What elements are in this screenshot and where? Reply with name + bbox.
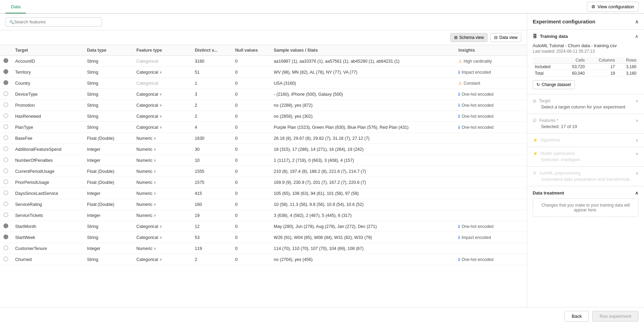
feature-type-dropdown-arrow[interactable]: ∨ <box>154 247 156 250</box>
row-radio[interactable] <box>3 179 8 184</box>
table-row: StartMonthStringCategorical ∨120May (280… <box>0 221 527 232</box>
row-sample: 10 (58), 11.3 (56), 9.8 (56), 10.9 (54),… <box>270 199 455 210</box>
feature-type-dropdown-arrow[interactable]: ∨ <box>160 224 162 228</box>
row-data-type: Integer <box>84 155 133 166</box>
row-radio[interactable] <box>3 234 8 239</box>
row-insight <box>455 210 527 221</box>
feature-type-dropdown-arrow[interactable]: ∨ <box>154 169 156 173</box>
row-feature-type[interactable]: Numeric ∨ <box>133 210 191 221</box>
change-dataset-button[interactable]: ↻ Change dataset <box>533 80 575 89</box>
feature-type-dropdown-arrow[interactable]: ∨ <box>154 191 156 195</box>
training-data-collapse-icon[interactable]: ∧ <box>635 34 638 39</box>
feature-type-dropdown-arrow[interactable]: ∨ <box>154 180 156 184</box>
feature-type-dropdown-arrow[interactable]: ∨ <box>154 147 156 151</box>
row-feature-type[interactable]: Numeric ∨ <box>133 133 191 144</box>
back-button[interactable]: Back <box>564 311 589 322</box>
row-distinct: 4 <box>191 122 232 133</box>
table-row: ServiceTicketsIntegerNumeric ∨1903 (638)… <box>0 210 527 221</box>
model-optimization-config-item[interactable]: ⚡ Model optimization ∨ Selected: Intelli… <box>527 147 644 167</box>
row-radio[interactable] <box>3 80 8 85</box>
data-view-button[interactable]: ⊟ Data view <box>490 33 521 42</box>
table-row: AdditionalFeatureSpendIntegerNumeric ∨30… <box>0 144 527 155</box>
row-radio[interactable] <box>3 113 8 118</box>
algorithms-config-item[interactable]: ⚡ Algorithms ∨ <box>527 134 644 147</box>
feature-type-dropdown-arrow[interactable]: ∨ <box>160 125 162 129</box>
row-radio[interactable] <box>3 168 8 173</box>
row-feature-type[interactable]: Categorical ∨ <box>133 221 191 232</box>
feature-type-dropdown-arrow[interactable]: ∨ <box>154 158 156 162</box>
target-icon: ◎ <box>533 98 536 103</box>
table-row: CurrentPeriodUsageFloat (Double)Numeric … <box>0 166 527 177</box>
row-radio[interactable] <box>3 146 8 151</box>
row-distinct: 160 <box>191 199 232 210</box>
row-feature-type[interactable]: Categorical ∨ <box>133 89 191 100</box>
feature-type-dropdown-arrow[interactable]: ∨ <box>160 114 162 118</box>
row-radio[interactable] <box>3 223 8 228</box>
row-feature-type[interactable]: Categorical ∨ <box>133 111 191 122</box>
row-feature-type[interactable]: Numeric ∨ <box>133 199 191 210</box>
model-opt-value: Selected: Intelligent <box>533 157 638 162</box>
row-feature-type[interactable]: Categorical ∨ <box>133 232 191 243</box>
table-row: StartWeekStringCategorical ∨530W26 (91),… <box>0 232 527 243</box>
data-treatment-title: Data treatment <box>533 190 564 196</box>
row-radio[interactable] <box>3 201 8 206</box>
row-feature-name: DaysSinceLastService <box>12 188 84 199</box>
feature-type-dropdown-arrow[interactable]: ∨ <box>160 258 162 261</box>
features-config-item[interactable]: ☑ Features * ∨ Selected: 17 of 19 <box>527 114 644 134</box>
row-sample: 18 (315), 17 (286), 14 (271), 16 (264), … <box>270 144 455 155</box>
row-feature-type[interactable]: Numeric ∨ <box>133 144 191 155</box>
row-feature-type[interactable]: Categorical ∨ <box>133 254 191 265</box>
row-feature-type[interactable]: Numeric ∨ <box>133 188 191 199</box>
feature-type-dropdown-arrow[interactable]: ∨ <box>160 103 162 107</box>
feature-type-dropdown-arrow[interactable]: ∨ <box>154 202 156 206</box>
tab-data[interactable]: Data <box>6 1 26 13</box>
collapse-icon[interactable]: ∧ <box>635 19 638 24</box>
row-feature-type[interactable]: Categorical ∨ <box>133 67 191 78</box>
warning-icon: ⚠ <box>458 59 462 64</box>
row-feature-type[interactable]: Categorical ∨ <box>133 100 191 111</box>
training-data-header[interactable]: 🗄 Training data ∧ <box>527 30 644 43</box>
insight-text: One-hot encoded <box>461 125 493 130</box>
row-radio[interactable] <box>3 245 8 250</box>
feature-type-dropdown-arrow[interactable]: ∨ <box>154 136 156 140</box>
row-radio[interactable] <box>3 102 8 107</box>
row-radio[interactable] <box>3 157 8 162</box>
target-chevron: ∨ <box>636 99 638 103</box>
info-icon: ℹ <box>458 257 460 262</box>
row-radio[interactable] <box>3 135 8 140</box>
row-data-type: Float (Double) <box>84 177 133 188</box>
row-data-type: String <box>84 67 133 78</box>
row-null-values: 0 <box>232 144 270 155</box>
row-radio[interactable] <box>3 124 8 129</box>
row-radio[interactable] <box>3 212 8 217</box>
search-input[interactable] <box>14 19 98 24</box>
row-feature-type[interactable]: Categorical ∨ <box>133 122 191 133</box>
row-distinct: 2 <box>191 111 232 122</box>
info-icon: ℹ <box>458 114 460 119</box>
automl-chevron: ∨ <box>636 171 638 176</box>
row-radio[interactable] <box>3 256 8 261</box>
row-null-values: 0 <box>232 199 270 210</box>
row-feature-type[interactable]: Numeric ∨ <box>133 177 191 188</box>
row-radio[interactable] <box>3 91 8 96</box>
feature-type-dropdown-arrow[interactable]: ∨ <box>160 92 162 96</box>
automl-preprocessing-config-item[interactable]: ⚙ AutoML preprocessing ∨ Automated data … <box>527 167 644 186</box>
table-row: BaseFeeFloat (Double)Numeric ∨1630026.18… <box>0 133 527 144</box>
row-feature-type[interactable]: Numeric ∨ <box>133 166 191 177</box>
insight-text: One-hot encoded <box>461 257 493 262</box>
row-feature-type[interactable]: Numeric ∨ <box>133 243 191 254</box>
row-radio[interactable] <box>3 58 8 63</box>
row-radio[interactable] <box>3 190 8 195</box>
automl-value: Automated data preparation and transform… <box>533 177 638 182</box>
run-experiment-button[interactable]: Run experiment <box>592 311 638 322</box>
view-configuration-button[interactable]: ⚙ View configuration <box>587 2 638 12</box>
target-config-item[interactable]: ◎ Target ∨ Select a target column for yo… <box>527 94 644 114</box>
schema-view-button[interactable]: ⊞ Schema view <box>450 33 488 42</box>
row-feature-type[interactable]: Numeric ∨ <box>133 155 191 166</box>
row-distinct: 1 <box>191 78 232 89</box>
feature-type-dropdown-arrow[interactable]: ∨ <box>160 235 162 239</box>
feature-type-dropdown-arrow[interactable]: ∨ <box>154 213 156 217</box>
data-treatment-collapse[interactable]: ∧ <box>635 190 638 196</box>
row-radio[interactable] <box>3 69 8 74</box>
feature-type-dropdown-arrow[interactable]: ∨ <box>160 70 162 74</box>
